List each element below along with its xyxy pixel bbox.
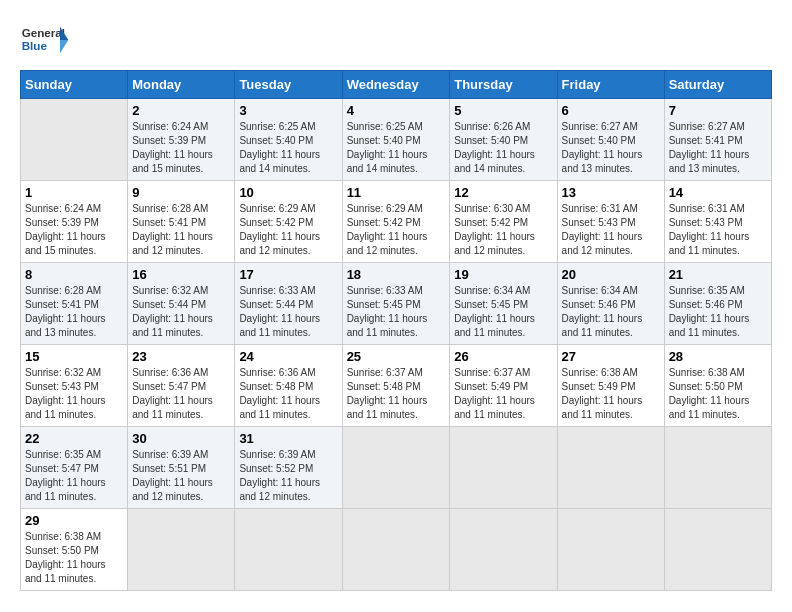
day-number: 27	[562, 349, 660, 364]
calendar-week: 1 Sunrise: 6:24 AM Sunset: 5:39 PM Dayli…	[21, 181, 772, 263]
day-number: 29	[25, 513, 123, 528]
day-info: Sunrise: 6:29 AM Sunset: 5:42 PM Dayligh…	[347, 202, 446, 258]
calendar-cell: 31 Sunrise: 6:39 AM Sunset: 5:52 PM Dayl…	[235, 427, 342, 509]
day-number: 8	[25, 267, 123, 282]
day-header-tuesday: Tuesday	[235, 71, 342, 99]
calendar-cell: 10 Sunrise: 6:29 AM Sunset: 5:42 PM Dayl…	[235, 181, 342, 263]
calendar-cell: 12 Sunrise: 6:30 AM Sunset: 5:42 PM Dayl…	[450, 181, 557, 263]
calendar-cell: 4 Sunrise: 6:25 AM Sunset: 5:40 PM Dayli…	[342, 99, 450, 181]
calendar-cell: 3 Sunrise: 6:25 AM Sunset: 5:40 PM Dayli…	[235, 99, 342, 181]
calendar-cell: 21 Sunrise: 6:35 AM Sunset: 5:46 PM Dayl…	[664, 263, 771, 345]
calendar-cell: 2 Sunrise: 6:24 AM Sunset: 5:39 PM Dayli…	[128, 99, 235, 181]
day-info: Sunrise: 6:34 AM Sunset: 5:46 PM Dayligh…	[562, 284, 660, 340]
calendar-cell: 26 Sunrise: 6:37 AM Sunset: 5:49 PM Dayl…	[450, 345, 557, 427]
day-number: 26	[454, 349, 552, 364]
header: General Blue	[20, 20, 772, 60]
calendar-cell: 30 Sunrise: 6:39 AM Sunset: 5:51 PM Dayl…	[128, 427, 235, 509]
day-number: 13	[562, 185, 660, 200]
day-number: 15	[25, 349, 123, 364]
day-number: 11	[347, 185, 446, 200]
calendar-cell: 6 Sunrise: 6:27 AM Sunset: 5:40 PM Dayli…	[557, 99, 664, 181]
day-number: 5	[454, 103, 552, 118]
day-info: Sunrise: 6:32 AM Sunset: 5:44 PM Dayligh…	[132, 284, 230, 340]
calendar-cell	[557, 427, 664, 509]
calendar-cell: 8 Sunrise: 6:28 AM Sunset: 5:41 PM Dayli…	[21, 263, 128, 345]
calendar-cell: 15 Sunrise: 6:32 AM Sunset: 5:43 PM Dayl…	[21, 345, 128, 427]
calendar-cell: 19 Sunrise: 6:34 AM Sunset: 5:45 PM Dayl…	[450, 263, 557, 345]
day-number: 24	[239, 349, 337, 364]
day-info: Sunrise: 6:32 AM Sunset: 5:43 PM Dayligh…	[25, 366, 123, 422]
calendar-cell	[450, 509, 557, 591]
day-number: 28	[669, 349, 767, 364]
day-number: 14	[669, 185, 767, 200]
day-number: 21	[669, 267, 767, 282]
day-info: Sunrise: 6:26 AM Sunset: 5:40 PM Dayligh…	[454, 120, 552, 176]
svg-text:Blue: Blue	[22, 39, 48, 52]
day-header-friday: Friday	[557, 71, 664, 99]
calendar-cell: 22 Sunrise: 6:35 AM Sunset: 5:47 PM Dayl…	[21, 427, 128, 509]
day-number: 25	[347, 349, 446, 364]
calendar-cell: 24 Sunrise: 6:36 AM Sunset: 5:48 PM Dayl…	[235, 345, 342, 427]
day-info: Sunrise: 6:34 AM Sunset: 5:45 PM Dayligh…	[454, 284, 552, 340]
svg-text:General: General	[22, 26, 65, 39]
day-info: Sunrise: 6:39 AM Sunset: 5:52 PM Dayligh…	[239, 448, 337, 504]
calendar-cell: 23 Sunrise: 6:36 AM Sunset: 5:47 PM Dayl…	[128, 345, 235, 427]
day-number: 6	[562, 103, 660, 118]
day-number: 4	[347, 103, 446, 118]
calendar-cell: 7 Sunrise: 6:27 AM Sunset: 5:41 PM Dayli…	[664, 99, 771, 181]
calendar: SundayMondayTuesdayWednesdayThursdayFrid…	[20, 70, 772, 591]
calendar-cell: 11 Sunrise: 6:29 AM Sunset: 5:42 PM Dayl…	[342, 181, 450, 263]
day-info: Sunrise: 6:33 AM Sunset: 5:45 PM Dayligh…	[347, 284, 446, 340]
day-number: 12	[454, 185, 552, 200]
day-info: Sunrise: 6:35 AM Sunset: 5:46 PM Dayligh…	[669, 284, 767, 340]
calendar-cell	[342, 509, 450, 591]
logo: General Blue	[20, 20, 74, 60]
calendar-cell	[450, 427, 557, 509]
day-number: 9	[132, 185, 230, 200]
day-info: Sunrise: 6:28 AM Sunset: 5:41 PM Dayligh…	[25, 284, 123, 340]
calendar-cell: 28 Sunrise: 6:38 AM Sunset: 5:50 PM Dayl…	[664, 345, 771, 427]
day-number: 1	[25, 185, 123, 200]
calendar-week: 15 Sunrise: 6:32 AM Sunset: 5:43 PM Dayl…	[21, 345, 772, 427]
day-info: Sunrise: 6:36 AM Sunset: 5:47 PM Dayligh…	[132, 366, 230, 422]
day-info: Sunrise: 6:25 AM Sunset: 5:40 PM Dayligh…	[347, 120, 446, 176]
day-number: 20	[562, 267, 660, 282]
calendar-cell: 16 Sunrise: 6:32 AM Sunset: 5:44 PM Dayl…	[128, 263, 235, 345]
day-info: Sunrise: 6:29 AM Sunset: 5:42 PM Dayligh…	[239, 202, 337, 258]
day-number: 18	[347, 267, 446, 282]
calendar-cell: 17 Sunrise: 6:33 AM Sunset: 5:44 PM Dayl…	[235, 263, 342, 345]
day-header-thursday: Thursday	[450, 71, 557, 99]
day-info: Sunrise: 6:35 AM Sunset: 5:47 PM Dayligh…	[25, 448, 123, 504]
calendar-cell	[557, 509, 664, 591]
day-number: 19	[454, 267, 552, 282]
calendar-cell	[342, 427, 450, 509]
calendar-week: 8 Sunrise: 6:28 AM Sunset: 5:41 PM Dayli…	[21, 263, 772, 345]
day-header-wednesday: Wednesday	[342, 71, 450, 99]
calendar-week: 2 Sunrise: 6:24 AM Sunset: 5:39 PM Dayli…	[21, 99, 772, 181]
calendar-cell: 27 Sunrise: 6:38 AM Sunset: 5:49 PM Dayl…	[557, 345, 664, 427]
calendar-cell: 9 Sunrise: 6:28 AM Sunset: 5:41 PM Dayli…	[128, 181, 235, 263]
calendar-cell: 18 Sunrise: 6:33 AM Sunset: 5:45 PM Dayl…	[342, 263, 450, 345]
calendar-cell: 1 Sunrise: 6:24 AM Sunset: 5:39 PM Dayli…	[21, 181, 128, 263]
day-info: Sunrise: 6:36 AM Sunset: 5:48 PM Dayligh…	[239, 366, 337, 422]
day-info: Sunrise: 6:39 AM Sunset: 5:51 PM Dayligh…	[132, 448, 230, 504]
calendar-cell	[235, 509, 342, 591]
day-info: Sunrise: 6:38 AM Sunset: 5:49 PM Dayligh…	[562, 366, 660, 422]
day-number: 16	[132, 267, 230, 282]
day-header-sunday: Sunday	[21, 71, 128, 99]
day-header-monday: Monday	[128, 71, 235, 99]
calendar-cell: 13 Sunrise: 6:31 AM Sunset: 5:43 PM Dayl…	[557, 181, 664, 263]
day-number: 10	[239, 185, 337, 200]
day-number: 22	[25, 431, 123, 446]
day-info: Sunrise: 6:38 AM Sunset: 5:50 PM Dayligh…	[669, 366, 767, 422]
day-info: Sunrise: 6:31 AM Sunset: 5:43 PM Dayligh…	[669, 202, 767, 258]
calendar-cell: 20 Sunrise: 6:34 AM Sunset: 5:46 PM Dayl…	[557, 263, 664, 345]
day-number: 17	[239, 267, 337, 282]
day-header-saturday: Saturday	[664, 71, 771, 99]
calendar-cell	[21, 99, 128, 181]
calendar-cell	[128, 509, 235, 591]
svg-marker-3	[60, 40, 68, 53]
day-number: 7	[669, 103, 767, 118]
calendar-cell: 29 Sunrise: 6:38 AM Sunset: 5:50 PM Dayl…	[21, 509, 128, 591]
calendar-cell: 25 Sunrise: 6:37 AM Sunset: 5:48 PM Dayl…	[342, 345, 450, 427]
